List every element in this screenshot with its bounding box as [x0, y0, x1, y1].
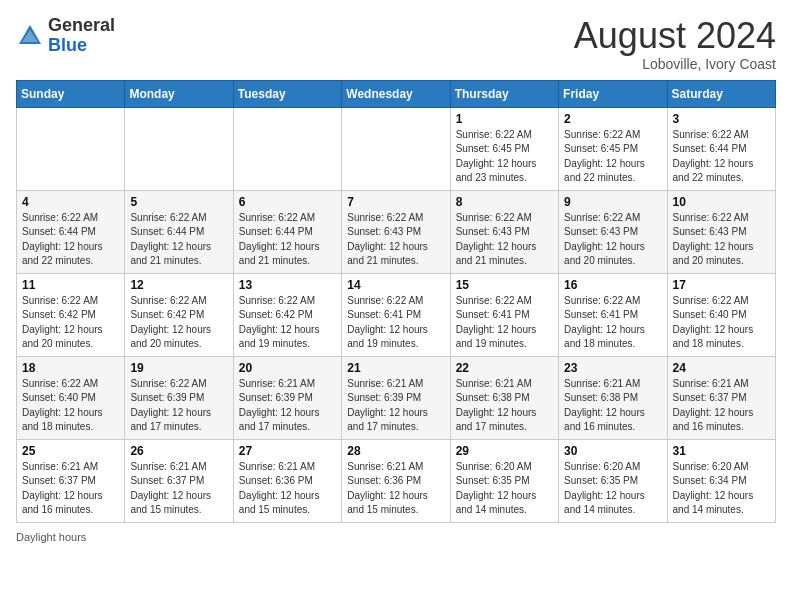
- daylight-hours-label: Daylight hours: [16, 531, 86, 543]
- day-detail: Sunrise: 6:22 AM Sunset: 6:40 PM Dayligh…: [22, 377, 119, 435]
- day-detail: Sunrise: 6:21 AM Sunset: 6:37 PM Dayligh…: [22, 460, 119, 518]
- day-detail: Sunrise: 6:22 AM Sunset: 6:39 PM Dayligh…: [130, 377, 227, 435]
- day-number: 6: [239, 195, 336, 209]
- day-detail: Sunrise: 6:22 AM Sunset: 6:41 PM Dayligh…: [564, 294, 661, 352]
- day-number: 15: [456, 278, 553, 292]
- calendar-day-header: Saturday: [667, 80, 775, 107]
- day-detail: Sunrise: 6:22 AM Sunset: 6:40 PM Dayligh…: [673, 294, 770, 352]
- day-number: 4: [22, 195, 119, 209]
- day-detail: Sunrise: 6:22 AM Sunset: 6:43 PM Dayligh…: [456, 211, 553, 269]
- day-detail: Sunrise: 6:20 AM Sunset: 6:34 PM Dayligh…: [673, 460, 770, 518]
- day-number: 11: [22, 278, 119, 292]
- calendar-cell: 2Sunrise: 6:22 AM Sunset: 6:45 PM Daylig…: [559, 107, 667, 190]
- calendar-day-header: Friday: [559, 80, 667, 107]
- calendar-week-row: 18Sunrise: 6:22 AM Sunset: 6:40 PM Dayli…: [17, 356, 776, 439]
- day-detail: Sunrise: 6:20 AM Sunset: 6:35 PM Dayligh…: [456, 460, 553, 518]
- calendar-cell: 13Sunrise: 6:22 AM Sunset: 6:42 PM Dayli…: [233, 273, 341, 356]
- calendar-cell: 20Sunrise: 6:21 AM Sunset: 6:39 PM Dayli…: [233, 356, 341, 439]
- day-detail: Sunrise: 6:22 AM Sunset: 6:44 PM Dayligh…: [22, 211, 119, 269]
- calendar-header-row: SundayMondayTuesdayWednesdayThursdayFrid…: [17, 80, 776, 107]
- calendar-cell: 27Sunrise: 6:21 AM Sunset: 6:36 PM Dayli…: [233, 439, 341, 522]
- day-detail: Sunrise: 6:21 AM Sunset: 6:38 PM Dayligh…: [564, 377, 661, 435]
- day-detail: Sunrise: 6:22 AM Sunset: 6:42 PM Dayligh…: [239, 294, 336, 352]
- day-detail: Sunrise: 6:22 AM Sunset: 6:44 PM Dayligh…: [130, 211, 227, 269]
- footer-note: Daylight hours: [16, 531, 776, 543]
- day-number: 13: [239, 278, 336, 292]
- logo-blue: Blue: [48, 35, 87, 55]
- day-number: 27: [239, 444, 336, 458]
- calendar-cell: 14Sunrise: 6:22 AM Sunset: 6:41 PM Dayli…: [342, 273, 450, 356]
- calendar-cell: [342, 107, 450, 190]
- day-detail: Sunrise: 6:22 AM Sunset: 6:42 PM Dayligh…: [130, 294, 227, 352]
- day-detail: Sunrise: 6:22 AM Sunset: 6:45 PM Dayligh…: [456, 128, 553, 186]
- page-header: General Blue August 2024 Loboville, Ivor…: [16, 16, 776, 72]
- calendar-week-row: 1Sunrise: 6:22 AM Sunset: 6:45 PM Daylig…: [17, 107, 776, 190]
- calendar-cell: [233, 107, 341, 190]
- day-number: 1: [456, 112, 553, 126]
- day-detail: Sunrise: 6:21 AM Sunset: 6:39 PM Dayligh…: [239, 377, 336, 435]
- day-number: 20: [239, 361, 336, 375]
- day-detail: Sunrise: 6:21 AM Sunset: 6:36 PM Dayligh…: [347, 460, 444, 518]
- calendar-cell: 22Sunrise: 6:21 AM Sunset: 6:38 PM Dayli…: [450, 356, 558, 439]
- calendar-cell: 15Sunrise: 6:22 AM Sunset: 6:41 PM Dayli…: [450, 273, 558, 356]
- calendar-cell: 31Sunrise: 6:20 AM Sunset: 6:34 PM Dayli…: [667, 439, 775, 522]
- calendar-cell: 10Sunrise: 6:22 AM Sunset: 6:43 PM Dayli…: [667, 190, 775, 273]
- day-detail: Sunrise: 6:22 AM Sunset: 6:43 PM Dayligh…: [347, 211, 444, 269]
- calendar-cell: 29Sunrise: 6:20 AM Sunset: 6:35 PM Dayli…: [450, 439, 558, 522]
- day-detail: Sunrise: 6:22 AM Sunset: 6:44 PM Dayligh…: [673, 128, 770, 186]
- calendar-cell: 12Sunrise: 6:22 AM Sunset: 6:42 PM Dayli…: [125, 273, 233, 356]
- day-detail: Sunrise: 6:21 AM Sunset: 6:37 PM Dayligh…: [130, 460, 227, 518]
- calendar-cell: 5Sunrise: 6:22 AM Sunset: 6:44 PM Daylig…: [125, 190, 233, 273]
- calendar-day-header: Monday: [125, 80, 233, 107]
- day-detail: Sunrise: 6:22 AM Sunset: 6:45 PM Dayligh…: [564, 128, 661, 186]
- calendar-cell: 24Sunrise: 6:21 AM Sunset: 6:37 PM Dayli…: [667, 356, 775, 439]
- day-detail: Sunrise: 6:21 AM Sunset: 6:39 PM Dayligh…: [347, 377, 444, 435]
- day-detail: Sunrise: 6:21 AM Sunset: 6:36 PM Dayligh…: [239, 460, 336, 518]
- day-number: 30: [564, 444, 661, 458]
- day-number: 21: [347, 361, 444, 375]
- day-number: 24: [673, 361, 770, 375]
- calendar-cell: 25Sunrise: 6:21 AM Sunset: 6:37 PM Dayli…: [17, 439, 125, 522]
- day-detail: Sunrise: 6:22 AM Sunset: 6:41 PM Dayligh…: [456, 294, 553, 352]
- calendar-cell: 19Sunrise: 6:22 AM Sunset: 6:39 PM Dayli…: [125, 356, 233, 439]
- day-detail: Sunrise: 6:20 AM Sunset: 6:35 PM Dayligh…: [564, 460, 661, 518]
- calendar-cell: 18Sunrise: 6:22 AM Sunset: 6:40 PM Dayli…: [17, 356, 125, 439]
- day-detail: Sunrise: 6:22 AM Sunset: 6:42 PM Dayligh…: [22, 294, 119, 352]
- calendar-cell: 28Sunrise: 6:21 AM Sunset: 6:36 PM Dayli…: [342, 439, 450, 522]
- day-number: 3: [673, 112, 770, 126]
- day-number: 31: [673, 444, 770, 458]
- calendar-cell: [125, 107, 233, 190]
- day-number: 22: [456, 361, 553, 375]
- day-detail: Sunrise: 6:22 AM Sunset: 6:41 PM Dayligh…: [347, 294, 444, 352]
- calendar-week-row: 25Sunrise: 6:21 AM Sunset: 6:37 PM Dayli…: [17, 439, 776, 522]
- location: Loboville, Ivory Coast: [574, 56, 776, 72]
- day-number: 25: [22, 444, 119, 458]
- logo-text: General Blue: [48, 16, 115, 56]
- calendar-day-header: Thursday: [450, 80, 558, 107]
- calendar-day-header: Sunday: [17, 80, 125, 107]
- calendar-cell: 26Sunrise: 6:21 AM Sunset: 6:37 PM Dayli…: [125, 439, 233, 522]
- calendar-cell: 21Sunrise: 6:21 AM Sunset: 6:39 PM Dayli…: [342, 356, 450, 439]
- calendar-cell: 9Sunrise: 6:22 AM Sunset: 6:43 PM Daylig…: [559, 190, 667, 273]
- day-number: 12: [130, 278, 227, 292]
- day-number: 9: [564, 195, 661, 209]
- calendar-cell: 7Sunrise: 6:22 AM Sunset: 6:43 PM Daylig…: [342, 190, 450, 273]
- calendar-cell: 4Sunrise: 6:22 AM Sunset: 6:44 PM Daylig…: [17, 190, 125, 273]
- day-number: 23: [564, 361, 661, 375]
- title-block: August 2024 Loboville, Ivory Coast: [574, 16, 776, 72]
- calendar-cell: [17, 107, 125, 190]
- day-number: 17: [673, 278, 770, 292]
- calendar-day-header: Tuesday: [233, 80, 341, 107]
- day-detail: Sunrise: 6:22 AM Sunset: 6:43 PM Dayligh…: [673, 211, 770, 269]
- calendar-cell: 8Sunrise: 6:22 AM Sunset: 6:43 PM Daylig…: [450, 190, 558, 273]
- day-number: 29: [456, 444, 553, 458]
- calendar-week-row: 4Sunrise: 6:22 AM Sunset: 6:44 PM Daylig…: [17, 190, 776, 273]
- day-number: 26: [130, 444, 227, 458]
- day-detail: Sunrise: 6:22 AM Sunset: 6:43 PM Dayligh…: [564, 211, 661, 269]
- day-number: 19: [130, 361, 227, 375]
- calendar-cell: 16Sunrise: 6:22 AM Sunset: 6:41 PM Dayli…: [559, 273, 667, 356]
- day-number: 14: [347, 278, 444, 292]
- day-number: 7: [347, 195, 444, 209]
- day-number: 5: [130, 195, 227, 209]
- day-number: 16: [564, 278, 661, 292]
